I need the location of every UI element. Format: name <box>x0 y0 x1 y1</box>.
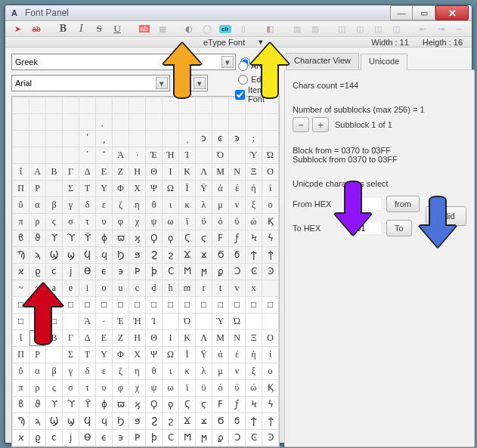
char-cell[interactable]: Ϻ <box>179 430 195 446</box>
ab-icon[interactable]: ab <box>29 21 43 36</box>
char-cell[interactable]: ϟ <box>262 230 278 246</box>
char-cell[interactable]: ͼ <box>212 131 228 147</box>
char-cell[interactable]: ζ <box>113 363 129 379</box>
char-cell[interactable]: Ί <box>146 314 162 329</box>
char-cell[interactable]: Ϯ <box>246 413 262 429</box>
clear-button[interactable]: clr <box>218 21 232 36</box>
char-cell[interactable]: Ͻ <box>229 430 245 446</box>
char-cell[interactable]: Ζ <box>113 330 129 346</box>
bold-icon[interactable]: B <box>56 21 70 36</box>
char-cell[interactable]: ϰ <box>13 264 29 280</box>
char-cell[interactable]: ό <box>212 380 228 396</box>
char-cell[interactable]: □ <box>229 297 245 313</box>
char-cell[interactable]: Ά <box>113 147 129 163</box>
char-cell[interactable]: κ <box>179 363 195 379</box>
char-cell[interactable] <box>129 131 145 147</box>
char-cell[interactable]: ϱ <box>29 430 45 446</box>
char-cell[interactable]: Ͻ <box>229 264 245 280</box>
char-cell[interactable]: ο <box>262 197 278 213</box>
char-cell[interactable]: ϊ <box>179 380 195 396</box>
char-cell[interactable]: ; <box>246 131 262 147</box>
char-cell[interactable] <box>29 147 45 163</box>
char-cell[interactable]: σ <box>63 214 79 230</box>
char-cell[interactable]: Τ <box>79 181 95 196</box>
char-cell[interactable]: Έ <box>113 314 129 329</box>
char-cell[interactable]: ϥ <box>96 413 112 429</box>
align2-icon[interactable]: ▥ <box>308 21 322 36</box>
char-cell[interactable]: δ <box>79 363 95 379</box>
char-cell[interactable]: Υ <box>96 347 112 363</box>
char-cell[interactable]: ϗ <box>129 230 145 246</box>
char-cell[interactable]: ϲ <box>46 430 62 446</box>
char-cell[interactable]: ϝ <box>229 230 245 246</box>
char-cell[interactable]: γ <box>63 363 79 379</box>
char-cell[interactable]: · <box>96 314 112 329</box>
char-cell[interactable]: h <box>163 280 178 296</box>
char-cell[interactable]: ϡ <box>29 413 45 429</box>
char-cell[interactable]: o <box>96 280 112 296</box>
char-cell[interactable] <box>163 97 178 113</box>
char-cell[interactable] <box>29 114 45 130</box>
char-cell[interactable]: Ξ <box>246 330 262 346</box>
char-cell[interactable]: ς <box>46 380 62 396</box>
char-cell[interactable]: Ϸ <box>129 430 145 446</box>
char-cell[interactable]: ή <box>246 347 262 363</box>
font-select[interactable]: Arial ▾ <box>11 75 170 91</box>
char-cell[interactable]: ϳ <box>63 430 79 446</box>
char-cell[interactable] <box>63 97 79 113</box>
char-cell[interactable]: □ <box>46 297 62 313</box>
char-cell[interactable]: Ϊ <box>179 181 195 196</box>
char-cell[interactable]: π <box>13 214 29 230</box>
char-cell[interactable]: ϑ <box>29 230 45 246</box>
char-cell[interactable]: γ <box>63 197 79 213</box>
char-cell[interactable]: ϛ <box>196 397 212 412</box>
char-cell[interactable]: ΰ <box>13 363 29 379</box>
char-cell[interactable]: ϧ <box>129 413 145 429</box>
grid-icon[interactable]: ▦ <box>156 21 169 36</box>
char-cell[interactable]: ϼ <box>212 430 228 446</box>
char-cell[interactable]: Χ <box>129 347 145 363</box>
char-cell[interactable]: ί <box>262 181 278 196</box>
char-cell[interactable]: Ϊ <box>179 347 195 363</box>
char-cell[interactable]: Ϝ <box>212 230 228 246</box>
char-cell[interactable]: ε <box>96 363 112 379</box>
subblock-minus-button[interactable]: − <box>293 117 309 132</box>
underline-icon[interactable]: U <box>110 21 124 36</box>
from-hex-input[interactable] <box>344 197 382 211</box>
char-cell[interactable]: Ͼ <box>246 264 262 280</box>
char-cell[interactable]: Ύ <box>246 147 262 163</box>
char-cell[interactable]: Ζ <box>113 164 129 180</box>
char-cell[interactable]: Ώ <box>262 147 278 163</box>
char-cell[interactable]: Τ <box>79 347 95 363</box>
nav1-icon[interactable]: ⇤ <box>416 21 429 36</box>
char-cell[interactable]: Σ <box>63 181 79 196</box>
char-cell[interactable]: ϻ <box>196 264 212 280</box>
char-cell[interactable]: ξ <box>246 197 262 213</box>
char-cell[interactable]: Ϫ <box>179 413 195 429</box>
char-cell[interactable]: ϐ <box>13 230 29 246</box>
char-cell[interactable]: ϥ <box>96 247 112 263</box>
char-cell[interactable] <box>46 347 62 363</box>
char-cell[interactable]: Μ <box>212 330 228 346</box>
char-cell[interactable]: Ϛ <box>179 230 195 246</box>
char-cell[interactable]: μ <box>212 197 228 213</box>
char-cell[interactable]: ϶ <box>113 430 129 446</box>
char-cell[interactable]: ϣ <box>63 413 79 429</box>
char-cell[interactable]: Υ <box>96 181 112 196</box>
char-cell[interactable] <box>246 114 262 130</box>
char-cell[interactable]: ϭ <box>229 413 245 429</box>
char-cell[interactable]: ύ <box>229 214 245 230</box>
char-cell[interactable]: σ <box>63 380 79 396</box>
to-hex-input[interactable] <box>344 221 382 235</box>
char-cell[interactable]: Ψ <box>146 347 162 363</box>
char-cell[interactable]: ε <box>96 197 112 213</box>
char-cell[interactable]: ξ <box>246 363 262 379</box>
char-cell[interactable]: η <box>129 363 145 379</box>
char-cell[interactable]: Ρ <box>29 347 45 363</box>
char-cell[interactable] <box>29 97 45 113</box>
char-cell[interactable]: α <box>29 197 45 213</box>
char-cell[interactable]: ϸ <box>146 264 162 280</box>
char-cell[interactable]: ϓ <box>63 397 79 412</box>
char-cell[interactable]: v <box>229 280 245 296</box>
char-cell[interactable]: Ϩ <box>146 247 162 263</box>
